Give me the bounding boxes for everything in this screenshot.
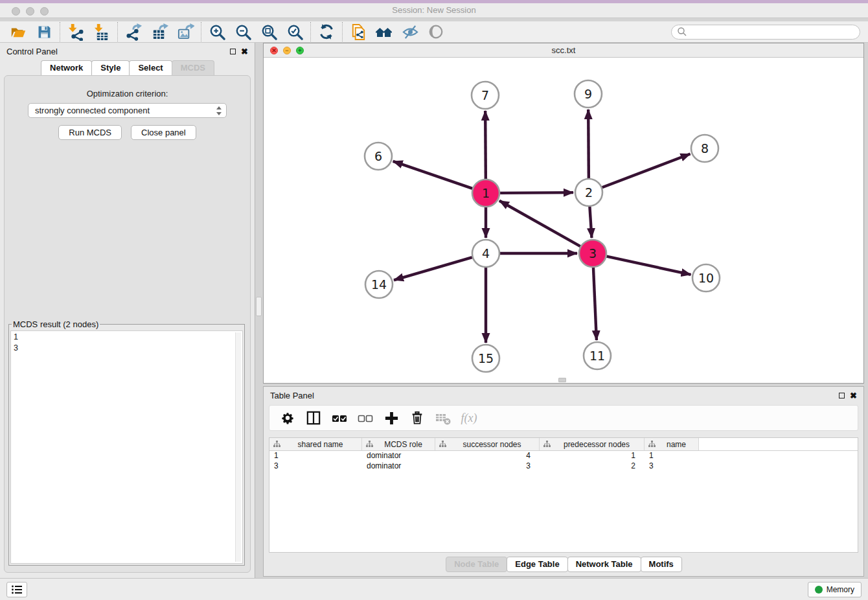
float-panel-icon[interactable]: [230, 49, 236, 54]
table-cell[interactable]: 1: [269, 451, 362, 461]
table-cell[interactable]: 1: [540, 451, 645, 461]
graph-node-10[interactable]: 10: [692, 264, 720, 292]
column-header-shared-name[interactable]: shared name: [269, 438, 362, 450]
tab-select[interactable]: Select: [129, 60, 172, 75]
network-window-titlebar[interactable]: ✕ − + scc.txt: [264, 43, 863, 58]
graph-node-15[interactable]: 15: [472, 345, 499, 372]
graph-node-3[interactable]: 3: [579, 240, 606, 267]
search-box[interactable]: [671, 25, 860, 40]
toolbar-separator: [201, 22, 201, 41]
column-header-predecessor-nodes[interactable]: predecessor nodes: [540, 438, 645, 450]
duplicate-network-icon[interactable]: [345, 22, 371, 41]
graph-edge-2-8[interactable]: [602, 154, 691, 188]
export-network-icon[interactable]: [120, 22, 146, 41]
tab-node-table[interactable]: Node Table: [446, 557, 507, 572]
table-cell[interactable]: 3: [269, 461, 362, 472]
graph-node-6[interactable]: 6: [365, 143, 392, 170]
close-panel-button[interactable]: Close panel: [131, 125, 196, 140]
table-cell[interactable]: dominator: [362, 451, 435, 461]
column-header-successor-nodes[interactable]: successor nodes: [435, 438, 540, 450]
function-icon[interactable]: f(x): [457, 408, 481, 428]
search-icon: [677, 27, 687, 37]
mcds-result-group: MCDS result (2 nodes) 1 3: [8, 319, 245, 566]
export-image-icon[interactable]: [172, 22, 198, 41]
graph-edge-2-3[interactable]: [589, 207, 591, 238]
graph-node-2[interactable]: 2: [575, 179, 602, 206]
graph-node-1[interactable]: 1: [472, 179, 499, 207]
open-session-icon[interactable]: [5, 22, 31, 41]
tab-edge-table[interactable]: Edge Table: [507, 557, 567, 572]
tab-motifs[interactable]: Motifs: [641, 557, 682, 572]
delete-table-icon[interactable]: [431, 408, 455, 428]
save-session-icon[interactable]: [31, 22, 57, 41]
scrollbar[interactable]: [235, 332, 241, 562]
graph-edge-4-14[interactable]: [394, 257, 472, 280]
memory-button[interactable]: Memory: [808, 582, 862, 597]
show-details-icon[interactable]: [423, 22, 449, 41]
graph-node-8[interactable]: 8: [691, 135, 718, 162]
search-input[interactable]: [687, 27, 854, 36]
task-history-button[interactable]: [6, 582, 27, 597]
tab-style[interactable]: Style: [91, 60, 130, 75]
graph-node-14[interactable]: 14: [365, 271, 393, 298]
zoom-fit-icon[interactable]: [256, 22, 282, 41]
graph-edge-2-9[interactable]: [588, 110, 589, 178]
import-network-icon[interactable]: [63, 22, 89, 41]
close-panel-icon[interactable]: ✖: [850, 391, 857, 400]
window-splitter-handle[interactable]: [558, 378, 566, 382]
graph-edge-3-10[interactable]: [606, 257, 691, 275]
zoom-network-button[interactable]: +: [296, 47, 304, 54]
mcds-result-line: 3: [14, 343, 240, 354]
export-table-icon[interactable]: [146, 22, 172, 41]
run-mcds-button[interactable]: Run MCDS: [58, 125, 122, 140]
toolbar-separator: [117, 22, 118, 41]
uncheck-all-icon[interactable]: [354, 408, 377, 428]
zoom-out-icon[interactable]: [230, 22, 256, 41]
graph-node-9[interactable]: 9: [575, 80, 602, 108]
criterion-select[interactable]: strongly connected component: [28, 103, 227, 118]
panel-splitter-handle[interactable]: [256, 297, 262, 316]
column-header-MCDS-role[interactable]: MCDS role: [362, 438, 435, 450]
graph-edge-1-2[interactable]: [500, 192, 573, 193]
tab-network-table[interactable]: Network Table: [567, 557, 641, 572]
table-cell[interactable]: dominator: [362, 461, 435, 472]
check-all-icon[interactable]: [328, 408, 351, 428]
table-cell[interactable]: 1: [645, 451, 699, 461]
node-table[interactable]: shared nameMCDS rolesuccessor nodesprede…: [269, 437, 858, 553]
graph-node-11[interactable]: 11: [584, 342, 611, 369]
float-panel-icon[interactable]: [839, 393, 845, 398]
table-row[interactable]: 3dominator323: [269, 461, 858, 472]
tab-mcds[interactable]: MCDS: [172, 60, 214, 75]
table-cell[interactable]: 4: [435, 451, 540, 461]
graph-node-4[interactable]: 4: [472, 240, 499, 267]
column-header-name[interactable]: name: [645, 438, 699, 450]
graph-node-7[interactable]: 7: [472, 82, 499, 109]
table-cell[interactable]: 3: [645, 461, 699, 472]
trash-icon[interactable]: [405, 408, 429, 428]
columns-icon[interactable]: [302, 408, 325, 428]
hide-details-icon[interactable]: [397, 22, 423, 41]
table-row[interactable]: 1dominator411: [269, 451, 858, 461]
graph-edge-1-7[interactable]: [485, 111, 486, 179]
close-panel-icon[interactable]: ✖: [241, 47, 248, 56]
zoom-selected-icon[interactable]: [282, 22, 308, 41]
network-canvas[interactable]: 7968124314101511: [264, 58, 863, 383]
zoom-in-icon[interactable]: [204, 22, 230, 41]
gear-icon[interactable]: [276, 408, 299, 428]
refresh-icon[interactable]: [314, 22, 339, 41]
close-network-button[interactable]: ✕: [270, 47, 278, 54]
graph-edge-1-6[interactable]: [393, 161, 472, 189]
import-table-icon[interactable]: [89, 22, 115, 41]
graph-edge-3-11[interactable]: [593, 268, 597, 340]
add-icon[interactable]: [380, 408, 403, 428]
zoom-window-button[interactable]: [40, 7, 49, 16]
close-window-button[interactable]: [12, 7, 20, 16]
table-cell[interactable]: 3: [435, 461, 540, 472]
table-cell[interactable]: 2: [540, 461, 645, 472]
minimize-window-button[interactable]: [26, 7, 34, 16]
home-icon[interactable]: [371, 22, 397, 41]
mcds-result-textarea[interactable]: 1 3: [10, 330, 243, 564]
tab-network[interactable]: Network: [41, 60, 92, 75]
minimize-network-button[interactable]: −: [283, 47, 291, 54]
graph-edge-3-1[interactable]: [499, 201, 580, 246]
